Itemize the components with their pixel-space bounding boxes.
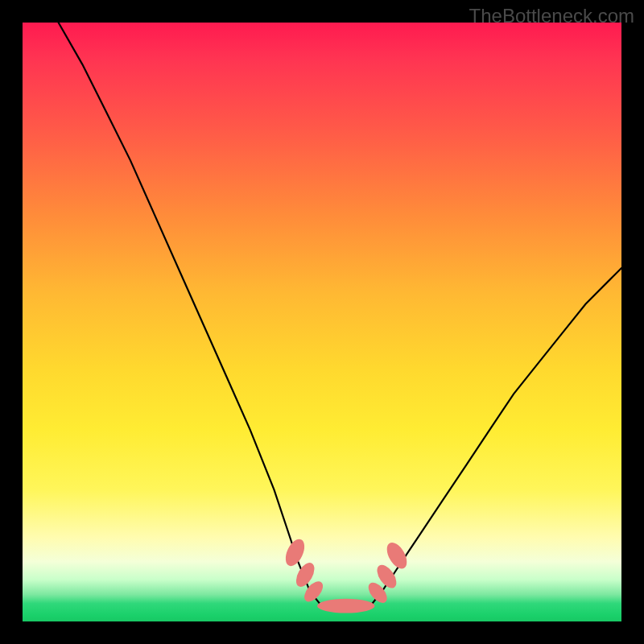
curve-left xyxy=(59,23,322,606)
chart-frame: TheBottleneck.com xyxy=(0,0,644,644)
curve-marker xyxy=(282,536,308,569)
chart-svg xyxy=(23,23,621,621)
marker-group xyxy=(282,536,411,613)
curve-right xyxy=(370,268,622,606)
curve-marker xyxy=(317,599,374,613)
